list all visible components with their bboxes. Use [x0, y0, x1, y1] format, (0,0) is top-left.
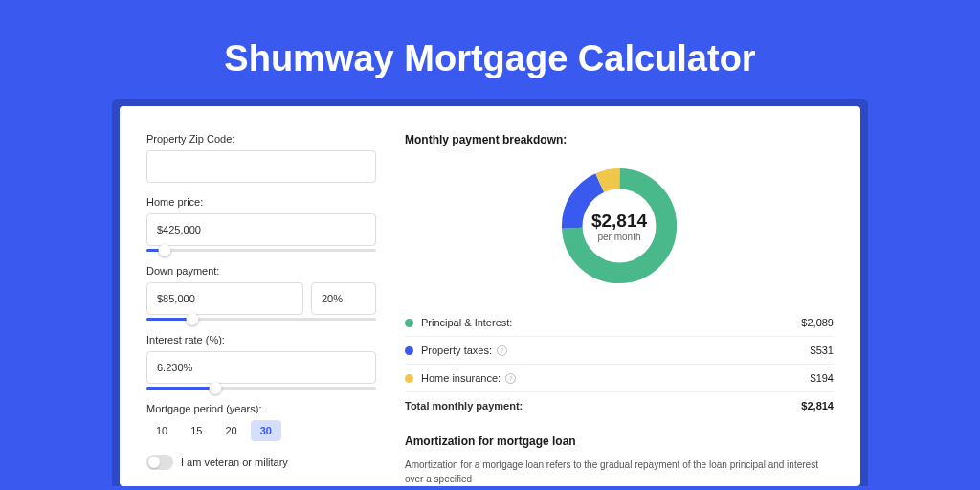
zip-field: Property Zip Code: — [146, 133, 376, 183]
interest-field: Interest rate (%): — [146, 334, 376, 390]
interest-input[interactable] — [146, 351, 376, 384]
legend-label-pi: Principal & Interest: — [421, 317, 801, 328]
legend-row-ins: Home insurance: ? $194 — [405, 365, 834, 392]
veteran-toggle[interactable] — [146, 455, 173, 470]
payment-donut-chart: $2,814 per month — [557, 164, 681, 288]
legend-value-tax: $531 — [811, 345, 834, 356]
period-option-10[interactable]: 10 — [146, 420, 177, 441]
legend-label-tax: Property taxes: ? — [421, 345, 811, 356]
inputs-panel: Property Zip Code: Home price: Down paym… — [146, 133, 376, 486]
legend-row-tax: Property taxes: ? $531 — [405, 337, 834, 365]
period-field: Mortgage period (years): 10 15 20 30 — [146, 403, 376, 441]
calculator-card: Property Zip Code: Home price: Down paym… — [120, 106, 860, 486]
legend: Principal & Interest: $2,089 Property ta… — [405, 309, 834, 419]
amortization-text: Amortization for a mortgage loan refers … — [405, 457, 834, 486]
legend-value-ins: $194 — [811, 372, 834, 384]
breakdown-panel: Monthly payment breakdown: $2,814 per mo… — [405, 133, 834, 486]
legend-label-ins-text: Home insurance: — [421, 372, 501, 384]
donut-amount: $2,814 — [591, 211, 647, 232]
page-title: Shumway Mortgage Calculator — [0, 38, 980, 79]
down-payment-percent-input[interactable] — [311, 282, 376, 315]
legend-value-pi: $2,089 — [801, 317, 834, 328]
period-option-20[interactable]: 20 — [216, 420, 247, 441]
legend-dot-tax — [405, 346, 413, 355]
legend-label-tax-text: Property taxes: — [421, 345, 492, 356]
info-icon[interactable]: ? — [497, 345, 507, 356]
home-price-input[interactable] — [146, 213, 376, 246]
veteran-label: I am veteran or military — [181, 457, 288, 468]
breakdown-title: Monthly payment breakdown: — [405, 133, 834, 146]
veteran-row: I am veteran or military — [146, 455, 376, 470]
down-payment-slider-thumb[interactable] — [187, 313, 199, 325]
interest-label: Interest rate (%): — [146, 334, 376, 345]
donut-wrap: $2,814 per month — [405, 164, 834, 288]
info-icon[interactable]: ? — [505, 373, 516, 384]
legend-row-total: Total monthly payment: $2,814 — [405, 392, 834, 419]
legend-total-value: $2,814 — [801, 400, 834, 412]
legend-label-ins: Home insurance: ? — [421, 372, 811, 384]
down-payment-field: Down payment: — [146, 265, 376, 321]
card-wrap: Property Zip Code: Home price: Down paym… — [112, 99, 868, 486]
period-options: 10 15 20 30 — [146, 420, 376, 441]
home-price-slider[interactable] — [146, 249, 376, 252]
interest-slider[interactable] — [146, 387, 376, 390]
period-option-30[interactable]: 30 — [251, 420, 281, 441]
donut-center: $2,814 per month — [591, 211, 647, 242]
down-payment-label: Down payment: — [146, 265, 376, 277]
zip-input[interactable] — [146, 150, 376, 183]
down-payment-slider[interactable] — [146, 318, 376, 321]
legend-row-pi: Principal & Interest: $2,089 — [405, 309, 834, 337]
interest-slider-thumb[interactable] — [210, 382, 222, 394]
donut-sub: per month — [591, 232, 647, 242]
down-payment-amount-input[interactable] — [146, 282, 303, 315]
zip-label: Property Zip Code: — [146, 133, 376, 145]
period-option-15[interactable]: 15 — [181, 420, 212, 441]
home-price-slider-thumb[interactable] — [159, 244, 171, 256]
period-label: Mortgage period (years): — [146, 403, 376, 414]
home-price-label: Home price: — [146, 196, 376, 208]
amortization-title: Amortization for mortgage loan — [405, 434, 834, 448]
legend-dot-ins — [405, 374, 413, 383]
veteran-toggle-knob — [148, 457, 160, 468]
home-price-field: Home price: — [146, 196, 376, 252]
legend-dot-pi — [405, 319, 413, 327]
legend-total-label: Total monthly payment: — [405, 400, 801, 412]
